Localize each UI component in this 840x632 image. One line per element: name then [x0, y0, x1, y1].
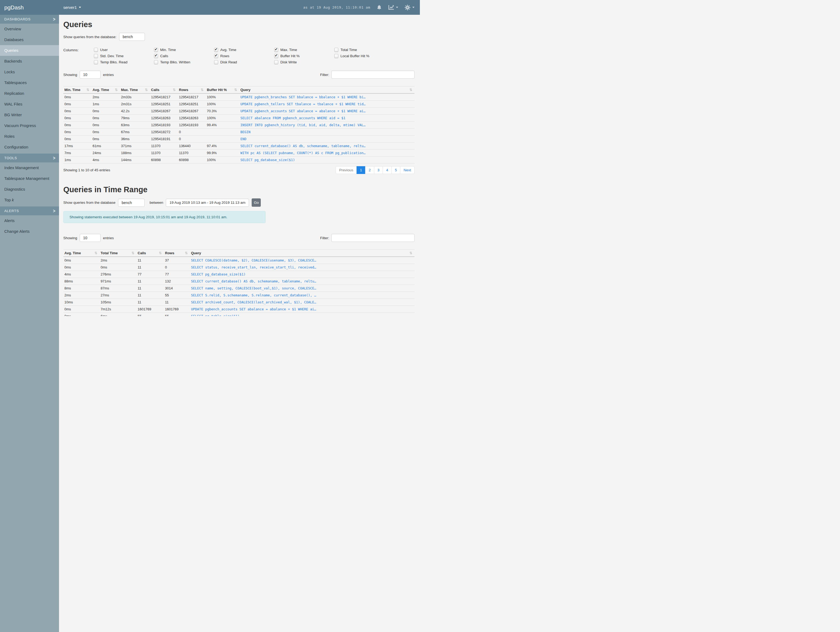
column-header-query[interactable]: Query⇅ [190, 250, 415, 257]
query-link[interactable]: BEGIN [240, 130, 251, 134]
sidebar-item-tablespace-management[interactable]: Tablespace Management [0, 173, 59, 184]
checkbox-unchecked-icon[interactable] [334, 54, 338, 58]
sidebar-item-overview[interactable]: Overview [0, 24, 59, 34]
column-toggle-avg-time[interactable]: Avg. Time [214, 48, 274, 52]
sidebar-item-wal-files[interactable]: WAL Files [0, 99, 59, 109]
sidebar-item-alerts[interactable]: Alerts [0, 215, 59, 226]
column-toggle-min-time[interactable]: Min. Time [154, 48, 214, 52]
query-link[interactable]: SELECT S.relid, S.schemaname, S.relname,… [191, 293, 316, 297]
sidebar-item-vacuum-progress[interactable]: Vacuum Progress [0, 120, 59, 131]
query-link[interactable]: SELECT pg_table_size($1) [191, 314, 240, 316]
column-toggle-calls[interactable]: Calls [154, 54, 214, 58]
sidebar-item-index-management[interactable]: Index Management [0, 162, 59, 173]
sidebar-item-roles[interactable]: Roles [0, 131, 59, 142]
pagination-page-4[interactable]: 4 [382, 166, 392, 174]
query-link[interactable]: SELECT current_database() AS db, scheman… [191, 279, 316, 283]
checkbox-unchecked-icon[interactable] [94, 60, 98, 64]
sidebar-section-header-tools[interactable]: TOOLS> [0, 154, 59, 162]
column-header-calls[interactable]: Calls⇅ [137, 250, 164, 257]
sidebar-item-replication[interactable]: Replication [0, 88, 59, 99]
column-header-query[interactable]: Query⇅ [239, 86, 415, 94]
database-input[interactable] [119, 33, 145, 41]
sidebar-item-locks[interactable]: Locks [0, 67, 59, 77]
query-link[interactable]: SELECT COALESCE(datname, $2), COALESCE(u… [191, 258, 316, 262]
notifications-button[interactable] [377, 5, 382, 10]
checkbox-unchecked-icon[interactable] [94, 54, 98, 58]
column-header-rows[interactable]: Rows⇅ [178, 86, 206, 94]
sort-icon[interactable]: ⇅ [95, 251, 97, 255]
query-link[interactable]: END [240, 137, 246, 141]
filter-input[interactable] [332, 234, 415, 242]
query-link[interactable]: SELECT pg_database_size($1) [191, 272, 245, 276]
sort-icon[interactable]: ⇅ [86, 88, 89, 92]
column-toggle-disk-read[interactable]: Disk Read [214, 60, 274, 64]
sort-icon[interactable]: ⇅ [131, 251, 134, 255]
column-toggle-user[interactable]: User [94, 48, 154, 52]
checkbox-unchecked-icon[interactable] [274, 60, 278, 64]
checkbox-checked-icon[interactable] [154, 54, 158, 58]
sort-icon[interactable]: ⇅ [185, 251, 188, 255]
pagination-page-5[interactable]: 5 [392, 166, 401, 174]
sidebar-item-top-k[interactable]: Top k [0, 195, 59, 205]
sidebar-item-tablespaces[interactable]: Tablespaces [0, 77, 59, 88]
sort-icon[interactable]: ⇅ [201, 88, 204, 92]
sort-icon[interactable]: ⇅ [173, 88, 176, 92]
pagination-previous[interactable]: Previous [336, 166, 357, 174]
checkbox-unchecked-icon[interactable] [154, 60, 158, 64]
query-link[interactable]: UPDATE pgbench_accounts SET abalance = a… [191, 307, 316, 311]
entries-count-input[interactable] [80, 234, 101, 242]
go-button[interactable]: Go [252, 198, 261, 207]
query-link[interactable]: INSERT INTO pgbench_history (tid, bid, a… [240, 123, 366, 127]
column-header-rows[interactable]: Rows⇅ [164, 250, 190, 257]
pagination-page-1[interactable]: 1 [357, 166, 366, 174]
app-logo[interactable]: pgDash [4, 0, 24, 15]
column-toggle-total-time[interactable]: Total Time [334, 48, 395, 52]
query-link[interactable]: UPDATE pgbench_accounts SET abalance = a… [240, 109, 366, 113]
sidebar-item-queries[interactable]: Queries [0, 45, 59, 56]
sidebar-item-databases[interactable]: Databases [0, 34, 59, 45]
column-header-avg-time[interactable]: Avg. Time⇅ [92, 86, 120, 94]
column-toggle-rows[interactable]: Rows [214, 54, 274, 58]
charts-menu-button[interactable] [388, 5, 398, 10]
pagination-next[interactable]: Next [400, 166, 415, 174]
query-link[interactable]: SELECT current_database() AS db, scheman… [240, 144, 366, 148]
column-header-max-time[interactable]: Max. Time⇅ [120, 86, 150, 94]
pagination-page-2[interactable]: 2 [365, 166, 374, 174]
column-toggle-local-buffer-hit[interactable]: Local Buffer Hit % [334, 54, 395, 58]
column-toggle-temp-blks-written[interactable]: Temp Blks. Written [154, 60, 214, 64]
sidebar-item-bg-writer[interactable]: BG Writer [0, 109, 59, 120]
query-link[interactable]: SELECT name, setting, COALESCE(boot_val,… [191, 286, 316, 290]
column-header-avg-time[interactable]: Avg. Time⇅ [63, 250, 99, 257]
column-header-calls[interactable]: Calls⇅ [150, 86, 178, 94]
checkbox-checked-icon[interactable] [214, 48, 218, 52]
filter-input[interactable] [332, 71, 415, 79]
sidebar-item-configuration[interactable]: Configuration [0, 142, 59, 152]
checkbox-checked-icon[interactable] [214, 54, 218, 58]
column-header-total-time[interactable]: Total Time⇅ [99, 250, 137, 257]
query-link[interactable]: SELECT archived_count, COALESCE(last_arc… [191, 300, 316, 304]
column-header-min-time[interactable]: Min. Time⇅ [63, 86, 92, 94]
sidebar-item-backends[interactable]: Backends [0, 56, 59, 67]
checkbox-unchecked-icon[interactable] [334, 48, 338, 52]
query-link[interactable]: WITH pc AS (SELECT pubname, COUNT(*) AS … [240, 151, 366, 155]
column-toggle-buffer-hit[interactable]: Buffer Hit % [274, 54, 334, 58]
sort-icon[interactable]: ⇅ [409, 251, 412, 255]
query-link[interactable]: UPDATE pgbench_branches SET bbalance = b… [240, 95, 366, 99]
checkbox-checked-icon[interactable] [154, 48, 158, 52]
column-toggle-max-time[interactable]: Max. Time [274, 48, 334, 52]
entries-count-input[interactable] [80, 71, 101, 79]
checkbox-checked-icon[interactable] [274, 54, 278, 58]
checkbox-unchecked-icon[interactable] [214, 60, 218, 64]
sort-icon[interactable]: ⇅ [234, 88, 237, 92]
settings-menu-button[interactable] [404, 5, 415, 11]
sort-icon[interactable]: ⇅ [159, 251, 162, 255]
sidebar-section-header-alerts[interactable]: ALERTS> [0, 206, 59, 215]
date-range-input[interactable] [166, 199, 249, 207]
sort-icon[interactable]: ⇅ [409, 88, 412, 92]
sidebar-item-diagnostics[interactable]: Diagnostics [0, 184, 59, 195]
query-link[interactable]: UPDATE pgbench_tellers SET tbalance = tb… [240, 102, 366, 106]
checkbox-unchecked-icon[interactable] [94, 48, 98, 52]
query-link[interactable]: SELECT abalance FROM pgbench_accounts WH… [240, 116, 345, 120]
query-link[interactable]: SELECT status, receive_start_lsn, receiv… [191, 265, 316, 269]
query-link[interactable]: SELECT pg_database_size($1) [240, 158, 295, 162]
